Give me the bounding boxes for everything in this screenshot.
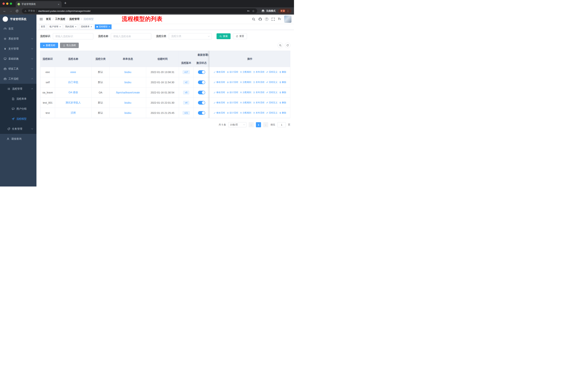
- user-avatar[interactable]: [284, 15, 292, 23]
- process-name-link[interactable]: eeee: [70, 71, 76, 74]
- action-design[interactable]: 设计流程: [227, 81, 238, 84]
- close-window-button[interactable]: [2, 2, 5, 5]
- action-delete[interactable]: 删除: [279, 81, 286, 84]
- status-toggle[interactable]: [198, 101, 205, 105]
- page-1-button[interactable]: 1: [256, 122, 261, 127]
- tag-home[interactable]: 首页: [39, 24, 47, 29]
- search-button[interactable]: 搜索: [217, 33, 231, 39]
- process-name-input[interactable]: [111, 33, 151, 39]
- category-select[interactable]: 流程分类: [169, 33, 212, 39]
- action-publish[interactable]: 发布流程: [253, 101, 264, 104]
- status-toggle[interactable]: [198, 81, 205, 84]
- breadcrumb-process-mgmt[interactable]: 流程管理: [69, 18, 79, 21]
- new-tab-button[interactable]: +: [62, 1, 66, 6]
- status-toggle[interactable]: [198, 91, 205, 94]
- action-definition[interactable]: 流程定义: [266, 81, 278, 84]
- action-design[interactable]: 设计流程: [227, 101, 238, 104]
- zoom-window-button[interactable]: [10, 2, 12, 5]
- reset-button[interactable]: 重置: [233, 33, 247, 39]
- action-assign-rule[interactable]: 分配规则: [240, 111, 251, 114]
- sidebar-item-process-model[interactable]: 流程模型: [0, 114, 36, 124]
- page-size-select[interactable]: 10条/页: [228, 122, 246, 127]
- browser-tab[interactable]: 芋道管理系统 ×: [16, 1, 62, 7]
- version-badge[interactable]: v2: [183, 81, 189, 84]
- goto-page-input[interactable]: [277, 122, 286, 127]
- version-badge[interactable]: v17: [183, 70, 190, 74]
- browser-update-button[interactable]: 更新 ⋮: [278, 9, 292, 13]
- action-design[interactable]: 设计流程: [227, 91, 238, 94]
- action-publish[interactable]: 发布流程: [253, 81, 264, 84]
- close-icon[interactable]: ×: [75, 26, 77, 28]
- forward-icon[interactable]: →: [8, 8, 13, 14]
- address-bar[interactable]: ⚠ 不安全 dashboard.yudao.iocoder.cn/bpm/man…: [22, 8, 257, 13]
- close-icon[interactable]: ×: [59, 26, 61, 28]
- version-badge[interactable]: v5: [183, 91, 189, 94]
- breadcrumb-home[interactable]: 首页: [46, 18, 51, 21]
- action-publish[interactable]: 发布流程: [253, 91, 264, 94]
- minimize-window-button[interactable]: [6, 2, 8, 5]
- sidebar-item-infra[interactable]: 基础设施: [0, 54, 36, 64]
- tag-tenant[interactable]: 租户管理 ×: [48, 24, 63, 29]
- github-icon[interactable]: [258, 18, 262, 21]
- version-badge[interactable]: v21: [183, 111, 190, 115]
- action-edit[interactable]: 修改流程: [214, 111, 225, 114]
- action-definition[interactable]: 流程定义: [266, 111, 278, 114]
- sidebar-item-task-mgmt[interactable]: 任务管理: [0, 124, 36, 134]
- browser-menu-icon[interactable]: ⋮: [287, 10, 289, 12]
- action-delete[interactable]: 删除: [279, 71, 286, 74]
- process-name-link[interactable]: 测试多审批人: [66, 101, 81, 104]
- sidebar-item-home[interactable]: 首页: [0, 24, 36, 34]
- action-edit[interactable]: 修改流程: [214, 81, 225, 84]
- close-icon[interactable]: ×: [91, 26, 92, 28]
- action-delete[interactable]: 删除: [279, 101, 286, 104]
- refresh-table-button[interactable]: [285, 43, 290, 48]
- form-info-link[interactable]: biubiu: [125, 111, 131, 114]
- next-page-button[interactable]: ›: [263, 122, 268, 127]
- sidebar-item-system[interactable]: 系统管理: [0, 34, 36, 44]
- process-id-input[interactable]: [53, 33, 93, 39]
- action-definition[interactable]: 流程定义: [266, 91, 278, 94]
- action-edit[interactable]: 修改流程: [214, 91, 225, 94]
- action-delete[interactable]: 删除: [279, 91, 286, 94]
- sidebar-item-payment[interactable]: ¥ 支付管理: [0, 44, 36, 54]
- process-name-link[interactable]: 自己审批: [68, 81, 78, 84]
- status-toggle[interactable]: [198, 111, 205, 115]
- tag-process-model[interactable]: 流程模型 ×: [95, 24, 112, 29]
- form-info-link[interactable]: biubiu: [125, 71, 131, 74]
- tag-my-process[interactable]: 我的流程 ×: [64, 24, 78, 29]
- search-icon[interactable]: [252, 18, 255, 21]
- action-assign-rule[interactable]: 分配规则: [240, 81, 251, 84]
- font-size-icon[interactable]: TT: [278, 18, 281, 21]
- toggle-search-button[interactable]: [278, 43, 283, 48]
- action-assign-rule[interactable]: 分配规则: [240, 101, 251, 104]
- prev-page-button[interactable]: ‹: [249, 122, 254, 127]
- create-process-button[interactable]: + 新建流程: [40, 43, 58, 48]
- action-edit[interactable]: 修改流程: [214, 71, 225, 74]
- action-design[interactable]: 设计流程: [227, 111, 238, 114]
- sidebar-item-process-form[interactable]: 流程表单: [0, 94, 36, 104]
- breadcrumb-workflow[interactable]: 工作流程: [55, 18, 65, 21]
- back-icon[interactable]: ←: [2, 8, 7, 14]
- sidebar-item-leave-query[interactable]: 请假查询: [0, 134, 36, 144]
- import-process-button[interactable]: 导入流程: [60, 43, 79, 48]
- hamburger-icon[interactable]: [36, 17, 46, 21]
- form-info-link[interactable]: biubiu: [125, 101, 131, 104]
- action-publish[interactable]: 发布流程: [253, 71, 264, 74]
- bookmark-star-icon[interactable]: ☆: [252, 9, 255, 13]
- action-design[interactable]: 设计流程: [227, 71, 238, 74]
- version-badge[interactable]: v4: [183, 101, 189, 105]
- help-icon[interactable]: ?: [265, 18, 268, 21]
- process-name-link[interactable]: 滔博: [71, 111, 76, 114]
- sidebar-item-process-mgmt[interactable]: 流程管理: [0, 84, 36, 94]
- sidebar-item-devtools[interactable]: 研发工具: [0, 64, 36, 74]
- action-publish[interactable]: 发布流程: [253, 111, 264, 114]
- action-definition[interactable]: 流程定义: [266, 71, 278, 74]
- password-key-icon[interactable]: [247, 10, 250, 12]
- form-info-link[interactable]: /bpm/oa/leave/create: [116, 91, 140, 94]
- action-assign-rule[interactable]: 分配规则: [240, 71, 251, 74]
- sidebar-item-workflow[interactable]: 工作流程: [0, 74, 36, 84]
- security-label[interactable]: 不安全: [28, 9, 35, 13]
- sidebar-logo[interactable]: 芋道管理系统: [0, 15, 36, 24]
- process-name-link[interactable]: OA 请假: [69, 91, 78, 94]
- fullscreen-icon[interactable]: [271, 18, 275, 21]
